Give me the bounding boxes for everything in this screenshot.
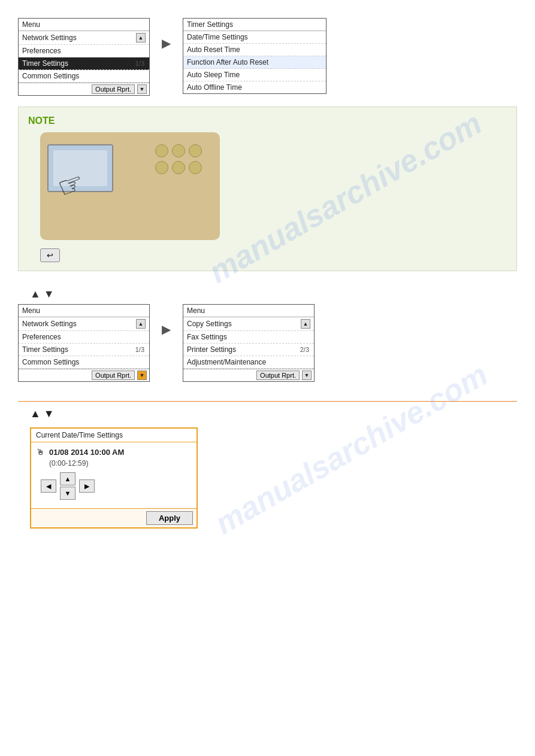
menu3-scroll-down[interactable]: ▼ <box>302 371 312 380</box>
calendar-icon: 🖱 <box>36 447 44 457</box>
section-arrows-1: ▲ ▼ <box>18 288 517 300</box>
section-middle-menus: Menu Network Settings ▲ Preferences Time… <box>18 304 517 382</box>
date-up-btn[interactable]: ▲ <box>60 472 75 485</box>
back-button[interactable]: ↩ <box>40 248 60 262</box>
date-down-btn[interactable]: ▼ <box>60 487 75 500</box>
menu3-item-fax[interactable]: Fax Settings <box>183 331 314 344</box>
page-container: manualsarchive.com manualsarchive.com Me… <box>0 0 535 756</box>
date-box-content: 🖱 01/08 2014 10:00 AM (0:00-12:59) ◀ ▲ ▼… <box>31 442 197 508</box>
menu3-output-rpt-btn[interactable]: Output Rprt. <box>256 371 300 380</box>
menu3-output-row: Output Rprt. ▼ <box>183 369 314 381</box>
menu2-item-common[interactable]: Common Settings <box>19 356 149 369</box>
menu1-scroll-down[interactable]: ▼ <box>137 84 147 94</box>
timer-box: Timer Settings Date/Time Settings Auto R… <box>183 18 327 94</box>
device-btn-6 <box>189 161 202 174</box>
menu2-output-row: Output Rprt. ▼ <box>19 369 149 381</box>
menu1-item-preferences[interactable]: Preferences <box>19 45 149 57</box>
menu-box-3: Menu Copy Settings ▲ Fax Settings Printe… <box>183 304 315 382</box>
menu2-scroll-up[interactable]: ▲ <box>136 319 146 329</box>
timer-item-datetime[interactable]: Date/Time Settings <box>183 31 326 44</box>
bottom-arrows-text: ▲ ▼ <box>30 408 55 420</box>
arrow-right-2: ▶ <box>162 322 171 336</box>
menu2-item-preferences-label: Preferences <box>22 333 61 341</box>
arrow-right-1: ▶ <box>162 36 171 50</box>
menu1-item-common[interactable]: Common Settings <box>19 70 149 83</box>
menu1-page-indicator: 1/3 <box>135 60 144 67</box>
menu2-title: Menu <box>19 305 149 317</box>
note-image-area: ☞ ↩ <box>28 132 507 262</box>
menu2-item-timer[interactable]: Timer Settings 1/3 <box>19 344 149 356</box>
menu3-item-printer-label: Printer Settings <box>187 345 236 354</box>
menu3-item-adjustment[interactable]: Adjustment/Maintenance <box>183 356 314 369</box>
menu-box-1: Menu Network Settings ▲ Preferences Time… <box>18 18 150 96</box>
menu1-item-common-label: Common Settings <box>22 72 79 80</box>
device-btn-4 <box>155 161 168 174</box>
date-value-row: 🖱 01/08 2014 10:00 AM <box>36 447 192 457</box>
menu1-item-network-label: Network Settings <box>22 34 77 42</box>
device-btn-5 <box>172 161 185 174</box>
menu1-item-network[interactable]: Network Settings ▲ <box>19 31 149 45</box>
timer-item-autoreset[interactable]: Auto Reset Time <box>183 44 326 56</box>
device-illustration: ☞ <box>40 132 220 240</box>
menu2-item-common-label: Common Settings <box>22 358 79 366</box>
menu3-scroll-up[interactable]: ▲ <box>301 319 310 329</box>
menu2-item-preferences[interactable]: Preferences <box>19 331 149 344</box>
menu3-title: Menu <box>183 305 314 317</box>
menu3-item-printer[interactable]: Printer Settings 2/3 <box>183 344 314 356</box>
date-time-box: Current Date/Time Settings 🖱 01/08 2014 … <box>30 427 198 529</box>
timer-box-title: Timer Settings <box>183 19 326 31</box>
menu2-item-timer-label: Timer Settings <box>22 345 68 354</box>
note-title: NOTE <box>28 116 507 126</box>
apply-btn-row: Apply <box>31 508 197 527</box>
apply-button[interactable]: Apply <box>146 511 193 525</box>
date-controls: ◀ ▲ ▼ ▶ <box>41 472 192 500</box>
menu1-item-timer-label: Timer Settings <box>22 59 68 68</box>
menu1-item-preferences-label: Preferences <box>22 47 61 55</box>
device-btn-3 <box>189 144 202 157</box>
device-buttons-area <box>155 144 202 174</box>
date-value: 01/08 2014 10:00 AM <box>49 448 124 457</box>
note-section: NOTE <box>18 107 517 271</box>
device-btn-1 <box>155 144 168 157</box>
back-btn-area: ↩ <box>40 248 60 262</box>
date-range: (0:00-12:59) <box>49 459 192 467</box>
menu2-page-indicator: 1/3 <box>135 346 144 353</box>
menu2-item-network-label: Network Settings <box>22 320 77 328</box>
device-btn-2 <box>172 144 185 157</box>
date-box-title: Current Date/Time Settings <box>31 429 197 442</box>
menu1-output-row: Output Rprt. ▼ <box>19 83 149 95</box>
menu3-item-copy[interactable]: Copy Settings ▲ <box>183 317 314 331</box>
section-top: Menu Network Settings ▲ Preferences Time… <box>18 18 517 96</box>
date-right-btn[interactable]: ▶ <box>79 479 95 493</box>
menu1-output-rpt-btn[interactable]: Output Rprt. <box>92 84 135 94</box>
menu2-scroll-down[interactable]: ▼ <box>137 371 147 380</box>
date-vert-btns: ▲ ▼ <box>60 472 75 500</box>
date-left-btn[interactable]: ◀ <box>41 479 56 493</box>
menu2-item-network[interactable]: Network Settings ▲ <box>19 317 149 331</box>
timer-item-autosleep[interactable]: Auto Sleep Time <box>183 69 326 81</box>
menu1-scroll-up[interactable]: ▲ <box>136 33 146 42</box>
timer-item-function-after[interactable]: Function After Auto Reset <box>183 56 326 69</box>
menu1-item-timer[interactable]: Timer Settings 1/3 <box>19 57 149 70</box>
section-bottom-arrows: ▲ ▼ <box>18 401 517 420</box>
timer-item-autooffline[interactable]: Auto Offline Time <box>183 81 326 93</box>
menu3-item-copy-label: Copy Settings <box>187 320 232 328</box>
watermark2: manualsarchive.com <box>208 356 494 541</box>
menu2-output-rpt-btn[interactable]: Output Rprt. <box>92 371 135 380</box>
menu-box-2: Menu Network Settings ▲ Preferences Time… <box>18 304 150 382</box>
menu3-page-indicator: 2/3 <box>300 346 309 353</box>
menu1-title: Menu <box>19 19 149 31</box>
menu3-item-fax-label: Fax Settings <box>187 333 227 341</box>
menu3-item-adjustment-label: Adjustment/Maintenance <box>187 358 266 366</box>
